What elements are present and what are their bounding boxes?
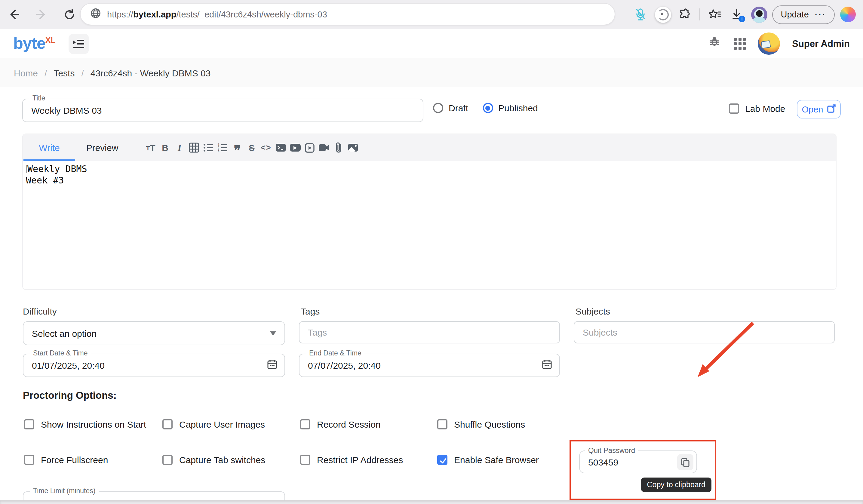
app-header: byteXL Super Admin bbox=[0, 29, 863, 59]
video-play-icon[interactable] bbox=[303, 141, 316, 154]
toolbar-divider bbox=[699, 9, 700, 21]
end-date-field[interactable]: End Date & Time bbox=[299, 354, 560, 377]
text-cursor bbox=[26, 165, 27, 173]
mic-muted-icon[interactable] bbox=[631, 5, 650, 24]
code-icon[interactable]: <> bbox=[260, 141, 273, 154]
subjects-label: Subjects bbox=[576, 306, 610, 316]
difficulty-select[interactable]: Select an option bbox=[23, 321, 285, 345]
proctoring-row-2: Force Fullscreen Capture Tab switches Re… bbox=[24, 455, 839, 465]
calendar-icon[interactable] bbox=[542, 359, 552, 372]
lab-mode-box[interactable] bbox=[729, 103, 739, 114]
bullet-list-icon[interactable] bbox=[202, 141, 215, 154]
quit-password-annotation-box: Quit Password Copy to clipboard bbox=[570, 440, 716, 500]
editor-textarea[interactable]: Weekly DBMS Week #3 bbox=[23, 161, 836, 290]
calendar-icon[interactable] bbox=[267, 359, 277, 372]
copy-icon[interactable] bbox=[677, 454, 693, 470]
apps-grid-icon[interactable] bbox=[734, 38, 746, 50]
favorites-star-icon[interactable] bbox=[705, 5, 724, 24]
copy-tooltip: Copy to clipboard bbox=[641, 478, 711, 492]
breadcrumb-current: 43rc6z4sh - Weekly DBMS 03 bbox=[90, 68, 211, 78]
start-date-input[interactable] bbox=[23, 354, 285, 377]
tags-input[interactable] bbox=[300, 322, 559, 343]
description-editor: Write Preview TT B I 123 ❞ bbox=[22, 134, 837, 290]
checkbox-shuffle-questions[interactable]: Shuffle Questions bbox=[437, 419, 839, 429]
user-avatar[interactable] bbox=[758, 33, 780, 55]
breadcrumb-tests[interactable]: Tests bbox=[53, 68, 75, 78]
start-date-field[interactable]: Start Date & Time bbox=[23, 354, 285, 377]
extensions-puzzle-icon[interactable] bbox=[676, 5, 694, 24]
numbered-list-icon[interactable]: 123 bbox=[216, 141, 229, 154]
bold-icon[interactable]: B bbox=[159, 141, 171, 154]
window-bottom-edge bbox=[0, 500, 863, 504]
browser-toolbar: https://bytexl.app/tests/_edit/43rc6z4sh… bbox=[0, 0, 863, 29]
tab-write[interactable]: Write bbox=[23, 134, 76, 161]
downloads-icon[interactable]: i bbox=[728, 5, 746, 24]
annotation-arrow bbox=[686, 316, 764, 385]
test-edit-form: Title Draft Published Lab Mode Open bbox=[0, 87, 863, 504]
checkbox-capture-user-images[interactable]: Capture User Images bbox=[162, 419, 300, 429]
quote-icon[interactable]: ❞ bbox=[231, 139, 243, 157]
browser-actions: i Update ··· bbox=[631, 0, 857, 29]
active-tab-underline bbox=[23, 159, 75, 161]
open-button[interactable]: Open bbox=[797, 100, 841, 118]
attachment-icon[interactable] bbox=[332, 141, 345, 154]
checkbox-show-instructions[interactable]: Show Instructions on Start bbox=[24, 419, 162, 429]
checkbox-record-session[interactable]: Record Session bbox=[300, 419, 437, 429]
quit-password-field[interactable]: Quit Password bbox=[579, 451, 697, 473]
breadcrumb: Home / Tests / 43rc6z4sh - Weekly DBMS 0… bbox=[0, 58, 863, 87]
more-menu-icon[interactable]: ··· bbox=[815, 10, 826, 19]
title-field[interactable]: Title bbox=[22, 99, 423, 122]
end-date-input[interactable] bbox=[300, 354, 559, 377]
status-radio-group: Draft Published bbox=[433, 103, 538, 113]
lab-mode-checkbox[interactable]: Lab Mode bbox=[729, 103, 785, 114]
title-label: Title bbox=[29, 94, 48, 102]
update-label[interactable]: Update bbox=[780, 10, 809, 19]
back-icon[interactable] bbox=[4, 4, 24, 25]
profile-avatar[interactable] bbox=[750, 5, 768, 24]
text-size-icon[interactable]: TT bbox=[144, 141, 157, 154]
checkbox-restrict-ip[interactable]: Restrict IP Addresses bbox=[300, 455, 437, 465]
terminal-icon[interactable] bbox=[274, 141, 287, 154]
reload-icon[interactable] bbox=[59, 4, 79, 25]
radio-published[interactable]: Published bbox=[483, 103, 538, 113]
bug-report-icon[interactable] bbox=[707, 35, 722, 52]
italic-icon[interactable]: I bbox=[173, 141, 186, 154]
url-text[interactable]: https://bytexl.app/tests/_edit/43rc6z4sh… bbox=[107, 9, 327, 19]
difficulty-label: Difficulty bbox=[23, 306, 57, 316]
radio-draft[interactable]: Draft bbox=[433, 103, 468, 113]
tracking-prevention-icon[interactable] bbox=[654, 5, 672, 24]
proctoring-row-1: Show Instructions on Start Capture User … bbox=[24, 419, 839, 429]
radio-draft-circle[interactable] bbox=[433, 103, 443, 113]
table-icon[interactable] bbox=[188, 141, 200, 154]
checkbox-capture-tab-switches[interactable]: Capture Tab switches bbox=[162, 455, 300, 465]
video-camera-icon[interactable] bbox=[317, 141, 330, 154]
external-link-icon bbox=[827, 104, 836, 115]
tags-label: Tags bbox=[301, 306, 320, 316]
update-button[interactable]: Update ··· bbox=[772, 5, 835, 24]
bytexl-logo[interactable]: byteXL bbox=[13, 36, 55, 52]
radio-published-circle[interactable] bbox=[483, 103, 493, 113]
strikethrough-icon[interactable]: S bbox=[245, 141, 258, 154]
editor-toolbar: Write Preview TT B I 123 ❞ bbox=[23, 134, 836, 161]
download-info-badge: i bbox=[738, 16, 745, 22]
breadcrumb-home[interactable]: Home bbox=[14, 68, 38, 78]
forward-icon[interactable] bbox=[31, 4, 52, 25]
copilot-icon[interactable] bbox=[839, 5, 857, 24]
globe-icon bbox=[90, 8, 101, 21]
browser-window: https://bytexl.app/tests/_edit/43rc6z4sh… bbox=[0, 0, 863, 504]
address-bar[interactable]: https://bytexl.app/tests/_edit/43rc6z4sh… bbox=[80, 3, 615, 25]
image-icon[interactable] bbox=[347, 141, 359, 154]
checkbox-force-fullscreen[interactable]: Force Fullscreen bbox=[24, 455, 162, 465]
tab-preview[interactable]: Preview bbox=[76, 134, 129, 161]
youtube-icon[interactable] bbox=[289, 141, 301, 154]
svg-text:3: 3 bbox=[218, 149, 220, 152]
proctoring-heading: Proctoring Options: bbox=[23, 390, 117, 401]
user-name[interactable]: Super Admin bbox=[792, 38, 850, 49]
tags-input-wrap bbox=[299, 321, 560, 343]
chevron-down-icon bbox=[270, 331, 276, 335]
sidebar-toggle-icon[interactable] bbox=[68, 33, 89, 54]
title-input[interactable] bbox=[23, 99, 423, 122]
